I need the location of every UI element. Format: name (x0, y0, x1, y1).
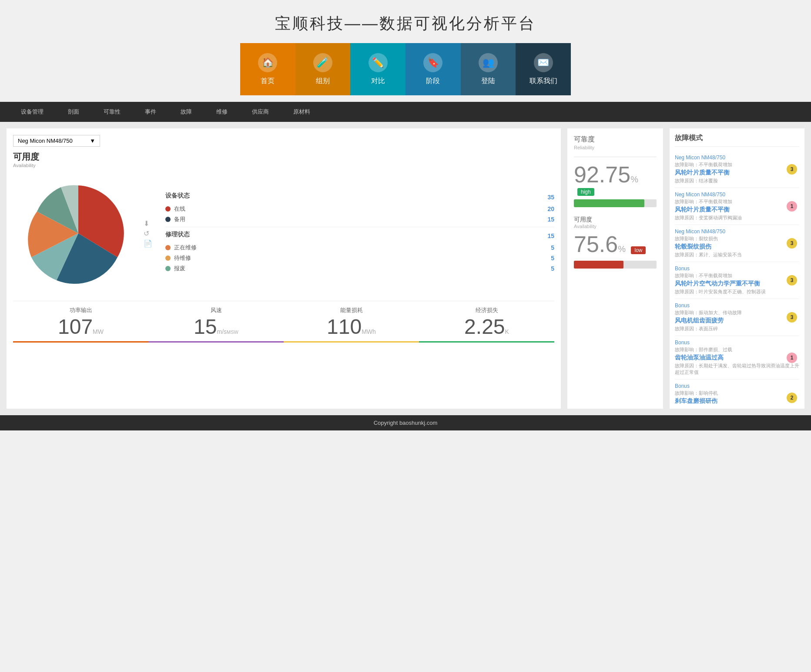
nav-stage[interactable]: 🔖 阶段 (406, 43, 461, 95)
fault-panel-title: 故障模式 (675, 134, 799, 147)
fault-name-4[interactable]: 风电机组齿面疲劳 (675, 317, 799, 325)
device-status-count: 35 (547, 194, 554, 201)
chart-area: ⬇ ↺ 📄 设备状态 35 在线 20 备用 15 (13, 172, 554, 294)
fault-item-6: Bonus 故障影响：影响停机 刹车盘磨损研伤 故障原因： 2 (675, 380, 799, 403)
reliability-subtitle: Reliability (574, 145, 657, 150)
contact-icon: ✉️ (534, 53, 553, 72)
fault-device-3: Bonus (675, 265, 799, 272)
fault-name-1[interactable]: 风轮叶片质量不平衡 (675, 206, 799, 214)
icon-bar: ⬇ ↺ 📄 (144, 219, 152, 248)
doc-icon[interactable]: 📄 (144, 239, 152, 248)
fault-device-5: Bonus (675, 339, 799, 346)
nav-login[interactable]: 👥 登陆 (461, 43, 516, 95)
device-status-label: 设备状态 (165, 192, 190, 200)
reliability-badge: high (577, 188, 594, 196)
energy-value: 110MWh (286, 316, 417, 337)
metrics-row: 功率输出 107MW 风速 15m/sMSW 能量损耗 110MWh 经济损失 (13, 301, 554, 343)
loss-value: 2.25K (421, 316, 552, 337)
metric-energy: 能量损耗 110MWh (284, 301, 419, 343)
fault-badge-1: 1 (787, 201, 797, 212)
fault-item-2: Neg Micon NM48/750 故障影响：裂纹损伤 轮毂裂纹损伤 故障原因… (675, 225, 799, 262)
reliability-value-area: 92.75% high (574, 161, 657, 196)
main-content: Neg Micon NM48/750 ▼ 可用度 Availability (0, 122, 811, 415)
fault-device-4: Bonus (675, 302, 799, 309)
fault-cause-3: 故障原因：叶片安装角度不正确、控制器误 (675, 289, 799, 295)
reliability-bar-fill (574, 199, 644, 207)
secnav-events[interactable]: 事件 (133, 102, 168, 122)
fault-impact-4: 故障影响：振动加大、传动故障 (675, 309, 799, 316)
fault-name-5[interactable]: 齿轮油泵油温过高 (675, 354, 799, 362)
fault-panel: 故障模式 Neg Micon NM48/750 故障影响：不平衡载荷增加 风轮叶… (670, 128, 804, 409)
fault-badge-5: 1 (787, 353, 797, 363)
device-dropdown[interactable]: Neg Micon NM48/750 ▼ (13, 135, 100, 147)
secnav-supplier[interactable]: 供应商 (240, 102, 281, 122)
fault-impact-3: 故障影响：不平衡载荷增加 (675, 272, 799, 279)
fault-list: Neg Micon NM48/750 故障影响：不平衡载荷增加 风轮叶片质量不平… (675, 151, 799, 403)
fault-badge-0: 3 (787, 164, 797, 175)
page-title: 宝顺科技——数据可视化分析平台 (0, 0, 811, 43)
top-nav: 🏠 首页 🧪 组别 ✏️ 对比 🔖 阶段 👥 登陆 ✉️ 联系我们 (240, 43, 571, 95)
left-panel: Neg Micon NM48/750 ▼ 可用度 Availability (7, 128, 561, 409)
legend-repairing: 正在维修 5 (165, 244, 554, 252)
avail-badge: low (631, 246, 646, 254)
legend-area: 设备状态 35 在线 20 备用 15 修理状态 15 (157, 192, 554, 275)
fault-device-0: Neg Micon NM48/750 (675, 155, 799, 161)
wind-value: 15m/sMSW (151, 316, 282, 337)
fault-device-6: Bonus (675, 383, 799, 389)
repair-status-label: 修理状态 (165, 231, 190, 239)
legend-waiting: 待维修 5 (165, 254, 554, 262)
stage-icon: 🔖 (423, 53, 442, 72)
secnav-fault[interactable]: 故障 (168, 102, 204, 122)
fault-device-1: Neg Micon NM48/750 (675, 192, 799, 198)
fault-name-3[interactable]: 风轮叶片空气动力学严重不平衡 (675, 280, 799, 288)
chevron-down-icon: ▼ (90, 138, 95, 144)
metric-loss: 经济损失 2.25K (419, 301, 554, 343)
secnav-materials[interactable]: 原材料 (281, 102, 322, 122)
download-icon[interactable]: ⬇ (144, 219, 152, 228)
avail-progress-bar (574, 261, 657, 269)
refresh-icon[interactable]: ↺ (144, 229, 152, 238)
secnav-reliability[interactable]: 可靠性 (91, 102, 133, 122)
group-icon: 🧪 (313, 53, 332, 72)
nav-group[interactable]: 🧪 组别 (295, 43, 351, 95)
fault-impact-0: 故障影响：不平衡载荷增加 (675, 161, 799, 168)
legend-standby: 备用 15 (165, 215, 554, 223)
avail-subtitle: Availability (574, 224, 657, 229)
fault-item-3: Bonus 故障影响：不平衡载荷增加 风轮叶片空气动力学严重不平衡 故障原因：叶… (675, 262, 799, 299)
fault-name-6[interactable]: 刹车盘磨损研伤 (675, 397, 799, 403)
nav-contact[interactable]: ✉️ 联系我们 (516, 43, 571, 95)
fault-badge-3: 3 (787, 275, 797, 286)
panel-header: Neg Micon NM48/750 ▼ (13, 135, 554, 147)
footer: Copyright baoshunkj.com (0, 415, 811, 430)
secnav-profile[interactable]: 剖面 (56, 102, 91, 122)
home-icon: 🏠 (258, 53, 277, 72)
metric-wind: 风速 15m/sMSW (148, 301, 284, 343)
secnav-maintenance[interactable]: 维修 (204, 102, 240, 122)
fault-badge-4: 3 (787, 312, 797, 323)
secnav-device[interactable]: 设备管理 (9, 102, 56, 122)
mid-panel: 可靠度 Reliability 92.75% high 可用度 Availabi… (567, 128, 663, 409)
reliability-progress-bar (574, 199, 657, 207)
compare-icon: ✏️ (369, 53, 388, 72)
reliability-title: 可靠度 (574, 135, 657, 144)
fault-cause-1: 故障原因：变桨驱动调节阀漏油 (675, 215, 799, 221)
fault-name-0[interactable]: 风轮叶片质量不平衡 (675, 169, 799, 177)
secondary-nav: 设备管理 剖面 可靠性 事件 故障 维修 供应商 原材料 (0, 102, 811, 122)
nav-home[interactable]: 🏠 首页 (240, 43, 295, 95)
nav-compare[interactable]: ✏️ 对比 (350, 43, 406, 95)
fault-item-4: Bonus 故障影响：振动加大、传动故障 风电机组齿面疲劳 故障原因：表面压碎 … (675, 299, 799, 336)
login-icon: 👥 (479, 53, 498, 72)
legend-scrapped: 报废 5 (165, 265, 554, 272)
avail-bar-fill (574, 261, 623, 269)
fault-item-1: Neg Micon NM48/750 故障影响：不平衡载荷增加 风轮叶片质量不平… (675, 188, 799, 225)
avail-label: 可用度 (574, 216, 657, 224)
fault-cause-4: 故障原因：表面压碎 (675, 326, 799, 332)
availability-title: 可用度 (13, 151, 554, 163)
fault-device-2: Neg Micon NM48/750 (675, 228, 799, 235)
metric-power: 功率输出 107MW (13, 301, 148, 343)
fault-badge-6: 2 (787, 393, 797, 403)
scrapped-dot (165, 266, 171, 271)
waiting-dot (165, 255, 171, 261)
fault-name-2[interactable]: 轮毂裂纹损伤 (675, 243, 799, 251)
copyright-text: Copyright baoshunkj.com (374, 420, 438, 426)
